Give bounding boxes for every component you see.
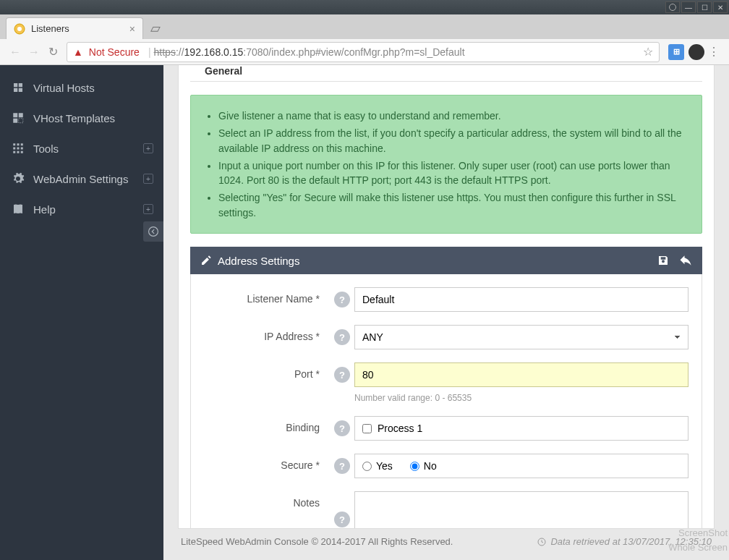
address-bar[interactable]: ▲ Not Secure | https://192.168.0.15:7080… (67, 42, 660, 62)
forward-button[interactable]: → (25, 46, 43, 59)
binding-process1-checkbox[interactable] (362, 424, 372, 433)
tab-close-icon[interactable]: × (129, 23, 135, 35)
browser-tab[interactable]: Listeners × (6, 17, 143, 39)
content-area: General Give listener a name that is eas… (163, 65, 729, 560)
tools-icon (12, 142, 25, 155)
info-item: Input a unique port number on this IP fo… (218, 158, 688, 188)
port-input[interactable] (354, 362, 688, 387)
help-icon[interactable]: ? (334, 367, 350, 383)
edit-icon (200, 255, 212, 266)
tab-bar: General (190, 65, 702, 82)
row-ip-address: IP Address * ? ANY (204, 325, 688, 349)
svg-rect-5 (17, 148, 20, 150)
help-icon[interactable]: ? (334, 292, 350, 307)
back-button[interactable]: ← (6, 46, 25, 59)
sidebar-item-virtual-hosts[interactable]: Virtual Hosts (0, 72, 163, 103)
info-item: Give listener a name that is easy to und… (218, 109, 688, 123)
sidebar-item-label: VHost Templates (33, 112, 115, 124)
svg-rect-2 (17, 143, 20, 145)
svg-rect-4 (13, 148, 15, 150)
sidebar-item-webadmin-settings[interactable]: WebAdmin Settings + (0, 164, 163, 194)
window-titlebar: — ☐ ✕ (0, 0, 729, 14)
not-secure-label: Not Secure (89, 46, 140, 58)
label-secure: Secure * (204, 454, 330, 471)
sidebar-item-label: Help (33, 203, 56, 216)
label-notes: Notes (204, 491, 330, 509)
vhost-templates-icon (12, 111, 25, 124)
reload-button[interactable]: ↻ (43, 45, 62, 59)
panel-title: Address Settings (218, 255, 299, 267)
svg-rect-7 (13, 151, 15, 153)
save-icon (657, 255, 669, 266)
help-icon[interactable]: ? (334, 420, 350, 436)
help-icon[interactable]: ? (334, 458, 350, 474)
profile-avatar-icon[interactable] (688, 44, 704, 60)
svg-rect-1 (13, 143, 15, 145)
browser-tab-strip: Listeners × ▱ (0, 14, 729, 39)
expand-icon[interactable]: + (143, 143, 153, 153)
clock-icon (537, 538, 546, 546)
row-secure: Secure * ? Yes No (204, 454, 688, 478)
sidebar-collapse-button[interactable] (143, 221, 163, 242)
save-button[interactable] (657, 255, 669, 266)
listener-name-input[interactable] (354, 287, 688, 312)
sidebar-item-tools[interactable]: Tools + (0, 133, 163, 164)
secure-yes-option[interactable]: Yes (362, 460, 393, 472)
app-container: Virtual Hosts VHost Templates Tools + We… (0, 65, 729, 560)
virtual-hosts-icon (12, 81, 25, 94)
address-settings-panel: Address Settings Listener Name * ? (190, 247, 702, 529)
info-box: Give listener a name that is easy to und… (190, 95, 702, 234)
row-port: Port * ? (204, 362, 688, 387)
label-ip-address: IP Address * (204, 325, 330, 342)
secure-no-option[interactable]: No (410, 460, 437, 472)
url-text: https://192.168.0.15:7080/index.php#view… (154, 46, 465, 58)
window-maximize-button[interactable]: ☐ (697, 1, 712, 13)
url-separator: | (148, 46, 151, 58)
tab-favicon-icon (14, 23, 25, 35)
window-alert-icon[interactable] (665, 1, 680, 13)
svg-rect-9 (21, 151, 23, 153)
label-binding: Binding (204, 416, 330, 433)
help-icon[interactable]: ? (334, 512, 350, 527)
expand-icon[interactable]: + (143, 174, 153, 184)
bookmark-star-icon[interactable]: ☆ (643, 45, 653, 59)
svg-point-10 (149, 227, 158, 237)
window-close-button[interactable]: ✕ (713, 1, 728, 13)
gear-icon (12, 172, 25, 185)
tab-title: Listeners (31, 23, 129, 34)
svg-rect-6 (21, 148, 23, 150)
row-notes: Notes ? (204, 491, 688, 529)
row-listener-name: Listener Name * ? (204, 287, 688, 312)
sidebar-item-help[interactable]: Help + (0, 194, 163, 224)
binding-process1-label: Process 1 (378, 423, 422, 434)
sidebar-item-vhost-templates[interactable]: VHost Templates (0, 103, 163, 133)
sidebar-item-label: Tools (33, 143, 59, 155)
svg-rect-8 (17, 151, 20, 153)
label-listener-name: Listener Name * (204, 287, 330, 305)
new-tab-button[interactable]: ▱ (143, 17, 168, 39)
row-binding: Binding ? Process 1 (204, 416, 688, 441)
help-icon[interactable]: ? (334, 329, 350, 345)
content-panel: General Give listener a name that is eas… (178, 65, 715, 529)
book-icon (12, 203, 25, 216)
footer: LiteSpeed WebAdmin Console © 2014-2017 A… (163, 529, 729, 560)
not-secure-warning-icon: ▲ (73, 46, 83, 58)
panel-header: Address Settings (190, 247, 702, 274)
sidebar-item-label: Virtual Hosts (33, 82, 95, 94)
back-button[interactable] (679, 254, 692, 267)
window-minimize-button[interactable]: — (681, 1, 696, 13)
footer-copyright: LiteSpeed WebAdmin Console © 2014-2017 A… (181, 536, 453, 547)
browser-menu-icon[interactable]: ⋮ (704, 45, 723, 59)
undo-icon (679, 254, 692, 267)
port-hint: Number valid range: 0 - 65535 (354, 393, 688, 403)
tab-general[interactable]: General (205, 65, 242, 77)
expand-icon[interactable]: + (143, 204, 153, 214)
secure-no-radio[interactable] (410, 462, 419, 471)
notes-textarea[interactable] (354, 491, 688, 529)
ip-address-select[interactable]: ANY (354, 325, 688, 349)
extension-icon[interactable]: ⊞ (668, 44, 684, 60)
browser-toolbar: ← → ↻ ▲ Not Secure | https://192.168.0.1… (0, 39, 729, 65)
info-item: Select an IP address from the list, if y… (218, 126, 688, 156)
chevron-left-icon (148, 226, 158, 237)
secure-yes-radio[interactable] (362, 462, 372, 471)
